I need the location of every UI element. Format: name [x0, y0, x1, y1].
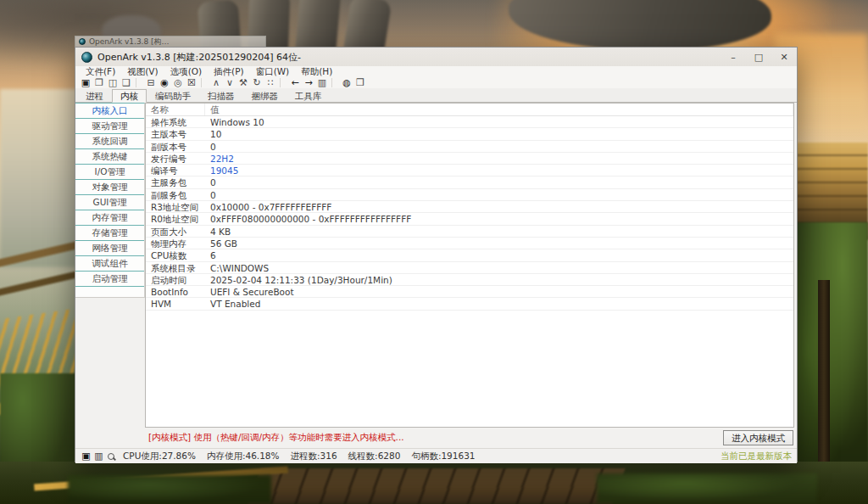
wrench-icon[interactable]: ⚒ — [236, 77, 250, 88]
background-window-title: OpenArk v1.3.8 [构… — [89, 36, 170, 48]
header-value-column[interactable]: 值 — [205, 104, 793, 115]
table-body: 操作系统 Windows 10 主版本号 10 副版本号 0 — [146, 116, 793, 311]
sidebar-item-storage[interactable]: 存储管理 — [75, 226, 144, 241]
menu-item[interactable]: 视图(V) — [121, 66, 164, 76]
BootInfo[interactable]: BootInfo UEFI & SecureBoot — [146, 286, 793, 298]
主服务包[interactable]: 主服务包 0 — [146, 176, 793, 188]
tab-coderkit[interactable]: 编码助手 — [147, 89, 199, 103]
page-copy-icon[interactable]: ❒ — [353, 77, 367, 88]
save-icon[interactable]: ◫ — [106, 77, 120, 88]
sidebar-item-callback[interactable]: 系统回调 — [75, 134, 144, 149]
openark-window: OpenArk v1.3.8 [构建:202501290204] 64位- – … — [75, 47, 798, 462]
tree-view-icon[interactable]: ⊟ — [144, 77, 158, 88]
tab-kernel[interactable]: 内核 — [112, 89, 147, 103]
magnifier-icon[interactable] — [108, 453, 114, 460]
openark-logo-icon — [79, 38, 86, 45]
collapse-up-icon[interactable]: ∧ — [209, 77, 223, 88]
tab-bundler[interactable]: 捆绑器 — [243, 89, 287, 103]
row-value-cell: 6 — [205, 249, 793, 260]
sidebar-item-startup[interactable]: 启动管理 — [75, 272, 144, 287]
open-folder-icon[interactable]: ❐ — [92, 77, 106, 88]
eye-icon[interactable]: ◎ — [171, 77, 185, 88]
menu-item[interactable]: 帮助(H) — [295, 66, 338, 76]
book-icon[interactable]: ▥ — [315, 77, 329, 88]
sidebar-item-network[interactable]: 网络管理 — [75, 241, 144, 256]
status-stat: CPU使用:27.86% — [123, 451, 196, 462]
new-file-icon[interactable]: ❑ — [120, 77, 133, 88]
row-value-cell: 0 — [205, 189, 793, 200]
页面大小[interactable]: 页面大小 4 KB — [146, 226, 793, 238]
update-status-text[interactable]: 当前已是最新版本 — [721, 451, 792, 462]
kernel-sidebar: 内核入口驱动管理系统回调系统热键I/O管理对象管理GUI管理内存管理存储管理网络… — [75, 103, 145, 428]
kernel-mode-hint-bar: [内核模式] 使用（热键/回调/内存）等功能时需要进入内核模式... 进入内核模… — [75, 428, 797, 448]
toolbar: ▣❐◫❑⊟◉◎☒∧∨⚒↻∷←→▥◍❒ — [75, 76, 797, 88]
shield-icon[interactable]: ◉ — [158, 77, 171, 88]
minimize-button[interactable]: – — [721, 48, 746, 66]
background-window-titlebar[interactable]: OpenArk v1.3.8 [构… — [75, 36, 266, 47]
back-arrow-icon[interactable]: ← — [288, 77, 302, 88]
openark-logo-icon — [81, 52, 92, 63]
HVM[interactable]: HVM VT Enabled — [146, 298, 793, 310]
table-header: 名称 值 — [146, 104, 793, 116]
header-name-column[interactable]: 名称 — [146, 104, 205, 115]
物理内存[interactable]: 物理内存 56 GB — [146, 238, 793, 249]
sidebar-empty-cell — [75, 287, 145, 298]
toolbar-separator — [136, 78, 142, 87]
row-value-cell: C:\WINDOWS — [205, 262, 793, 273]
操作系统[interactable]: 操作系统 Windows 10 — [146, 116, 793, 128]
编译号[interactable]: 编译号 19045 — [146, 165, 793, 176]
R0地址空间[interactable]: R0地址空间 0xFFFF080000000000 - 0xFFFFFFFFFF… — [146, 213, 793, 225]
row-value-cell: 4 KB — [205, 226, 793, 237]
apps-grid-icon[interactable]: ∷ — [264, 77, 277, 88]
row-value-cell: 0 — [205, 176, 793, 188]
row-name-cell: 编译号 — [146, 165, 205, 176]
expand-down-icon[interactable]: ∨ — [223, 77, 236, 88]
close-button[interactable]: ✕ — [771, 48, 797, 66]
tab-process[interactable]: 进程 — [77, 89, 112, 103]
menu-item[interactable]: 文件(F) — [80, 66, 121, 76]
close-x-icon[interactable]: ☒ — [185, 77, 198, 88]
enter-kernel-mode-button[interactable]: 进入内核模式 — [723, 430, 793, 445]
tab-toolkit[interactable]: 工具库 — [287, 89, 331, 103]
row-name-cell: 物理内存 — [146, 238, 205, 249]
sidebar-item-hotkey[interactable]: 系统热键 — [75, 149, 144, 165]
row-value-cell: 0x10000 - 0x7FFFFFFEFFFF — [205, 201, 793, 212]
副版本号[interactable]: 副版本号 0 — [146, 141, 793, 153]
启动时间[interactable]: 启动时间 2025-02-04 12:11:33 (1Day/3Hour/1Mi… — [146, 274, 793, 286]
console-icon[interactable]: ▣ — [80, 451, 92, 462]
row-name-cell: 操作系统 — [146, 116, 205, 127]
menu-item[interactable]: 插件(P) — [208, 66, 250, 76]
副服务包[interactable]: 副服务包 0 — [146, 189, 793, 201]
发行编号[interactable]: 发行编号 22H2 — [146, 153, 793, 165]
sidebar-item-object[interactable]: 对象管理 — [75, 180, 144, 195]
row-value-cell: 56 GB — [205, 238, 793, 249]
forward-arrow-icon[interactable]: → — [302, 77, 315, 88]
menu-item[interactable]: 选项(O) — [164, 66, 208, 76]
refresh-icon[interactable]: ↻ — [250, 77, 264, 88]
row-value-cell: 0 — [205, 141, 793, 152]
row-value-cell: 2025-02-04 12:11:33 (1Day/3Hour/1Min) — [205, 274, 793, 285]
bg-bush-bottom-right — [597, 473, 817, 504]
sidebar-item-io[interactable]: I/O管理 — [75, 165, 144, 180]
sidebar-item-memory[interactable]: 内存管理 — [75, 210, 144, 226]
R3地址空间[interactable]: R3地址空间 0x10000 - 0x7FFFFFFEFFFF — [146, 201, 793, 213]
sidebar-item-kernel-entry[interactable]: 内核入口 — [75, 104, 144, 119]
tab-scanner[interactable]: 扫描器 — [199, 89, 243, 103]
row-value-cell: UEFI & SecureBoot — [205, 286, 793, 297]
maximize-button[interactable]: □ — [746, 48, 771, 66]
CPU核数[interactable]: CPU核数 6 — [146, 249, 793, 261]
toolbar-separator — [280, 78, 286, 87]
系统根目录[interactable]: 系统根目录 C:\WINDOWS — [146, 262, 793, 274]
console-icon[interactable]: ▣ — [79, 77, 92, 88]
menu-item[interactable]: 窗口(W) — [250, 66, 296, 76]
sidebar-item-debug[interactable]: 调试组件 — [75, 256, 144, 272]
主版本号[interactable]: 主版本号 10 — [146, 128, 793, 140]
toolbar-separator — [201, 78, 207, 87]
sidebar-item-driver[interactable]: 驱动管理 — [75, 119, 144, 134]
window-title: OpenArk v1.3.8 [构建:202501290204] 64位- — [97, 51, 301, 64]
book-icon[interactable]: ▥ — [92, 451, 105, 462]
titlebar[interactable]: OpenArk v1.3.8 [构建:202501290204] 64位- – … — [75, 48, 797, 66]
sidebar-item-gui[interactable]: GUI管理 — [75, 195, 144, 210]
row-value-cell: Windows 10 — [205, 116, 793, 127]
globe-icon[interactable]: ◍ — [340, 77, 353, 88]
